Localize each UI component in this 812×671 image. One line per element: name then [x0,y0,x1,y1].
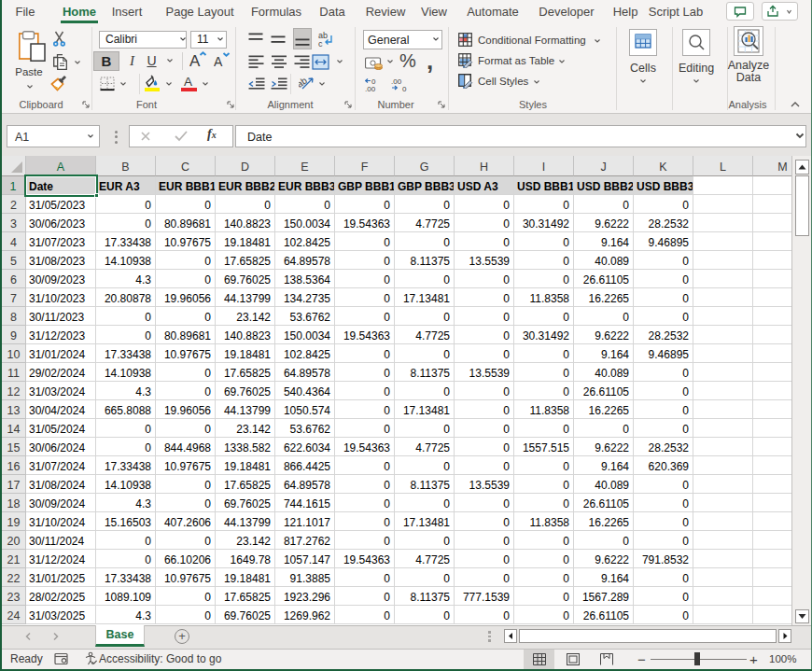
svg-text:c: c [318,39,323,49]
svg-text:A: A [214,54,223,68]
svg-text:A: A [189,52,201,68]
svg-text:.00: .00 [365,85,376,92]
svg-text:0: 0 [402,85,407,92]
svg-text:.00: .00 [391,77,402,86]
